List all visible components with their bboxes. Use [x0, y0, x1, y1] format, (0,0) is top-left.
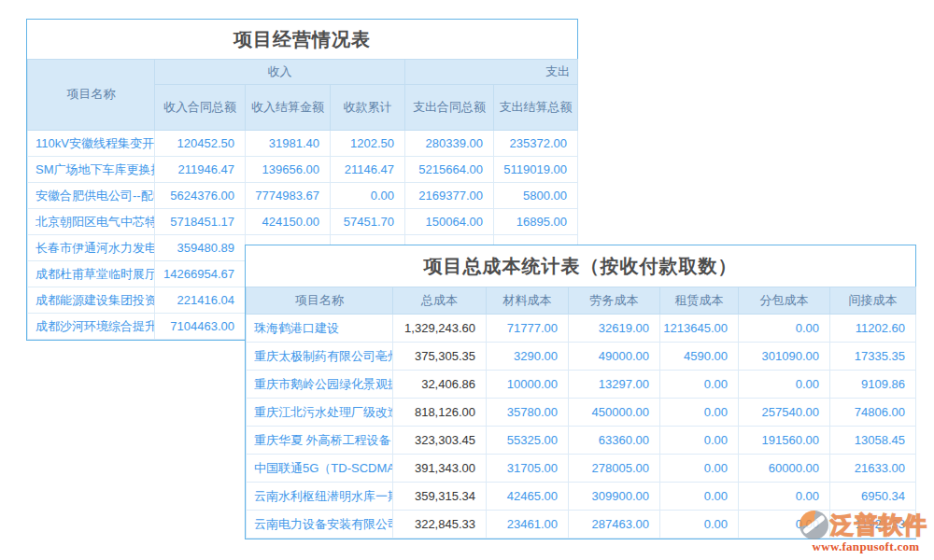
- value-cell: 211946.47: [155, 157, 246, 183]
- value-cell: 359480.89: [155, 235, 246, 261]
- table-row[interactable]: SM广场地下车库更换排水211946.47139656.0021146.4752…: [28, 157, 578, 183]
- value-cell: 309900.00: [569, 483, 660, 511]
- value-cell: 5800.00: [494, 183, 578, 209]
- value-cell: 235372.00: [494, 131, 578, 157]
- project-name-cell[interactable]: 重庆江北污水处理厂级改造: [247, 399, 393, 427]
- value-cell: 14266954.67: [155, 261, 246, 287]
- column-header-expense-settlement-total: 支出结算总额: [494, 85, 578, 131]
- value-cell: 42465.00: [487, 483, 569, 511]
- project-name-cell[interactable]: 110kV安徽线程集变开闭: [28, 131, 155, 157]
- table-row[interactable]: 云南水利枢纽潜明水库一期359,315.3442465.00309900.000…: [247, 483, 916, 511]
- value-cell: 7774983.67: [246, 183, 331, 209]
- table-row[interactable]: 重庆市鹅岭公园绿化景观提升32,406.8610000.0013297.000.…: [247, 371, 916, 399]
- project-cost-table: 项目名称 总成本 材料成本 劳务成本 租赁成本 分包成本 间接成本 珠海鹤港口建…: [246, 287, 916, 539]
- group-header-expense: 支出: [405, 60, 578, 85]
- value-cell: 5624376.00: [155, 183, 246, 209]
- project-name-cell[interactable]: 云南电力设备安装有限公司: [247, 511, 393, 539]
- value-cell: 31981.40: [246, 131, 331, 157]
- table-row[interactable]: 重庆华夏 外高桥工程设备323,303.4555325.0063360.000.…: [247, 427, 916, 455]
- value-cell: 191560.00: [739, 427, 830, 455]
- project-name-cell[interactable]: 中国联通5G（TD-SCDMA）: [247, 455, 393, 483]
- value-cell: 0.00: [660, 511, 739, 539]
- project-name-cell[interactable]: SM广场地下车库更换排水: [28, 157, 155, 183]
- column-header-indirect-cost: 间接成本: [830, 287, 916, 315]
- project-name-cell[interactable]: 重庆市鹅岭公园绿化景观提升: [247, 371, 393, 399]
- value-cell: 287463.00: [569, 511, 660, 539]
- value-cell: 55325.00: [487, 427, 569, 455]
- value-cell: 11202.60: [830, 315, 916, 343]
- value-cell: 7104463.00: [155, 314, 246, 340]
- value-cell: 3290.00: [487, 343, 569, 371]
- column-header-labor-cost: 劳务成本: [569, 287, 660, 315]
- value-cell: 0.00: [739, 315, 830, 343]
- value-cell: 0.00: [660, 399, 739, 427]
- project-name-cell[interactable]: 北京朝阳区电气中芯特种: [28, 209, 155, 235]
- value-cell: 63360.00: [569, 427, 660, 455]
- project-name-cell[interactable]: 长春市伊通河水力发电: [28, 235, 155, 261]
- value-cell: 0.00: [660, 371, 739, 399]
- column-header-expense-contract-total: 支出合同总额: [405, 85, 494, 131]
- table2-title: 项目总成本统计表（按收付款取数）: [246, 245, 915, 287]
- table-row[interactable]: 北京朝阳区电气中芯特种5718451.17424150.0057451.7015…: [28, 209, 578, 235]
- value-cell: 0.00: [331, 183, 405, 209]
- watermark: 泛普软件 www.fanpusoft.com: [800, 510, 932, 554]
- value-cell: 32619.00: [569, 315, 660, 343]
- value-cell: 17335.35: [830, 343, 916, 371]
- value-cell: 221416.04: [155, 287, 246, 314]
- total-cost-cell: 359,315.34: [393, 483, 487, 511]
- value-cell: 139656.00: [246, 157, 331, 183]
- table-row[interactable]: 重庆太极制药有限公司亳州375,305.353290.0049000.00459…: [247, 343, 916, 371]
- table-row[interactable]: 中国联通5G（TD-SCDMA）391,343.0031705.00278005…: [247, 455, 916, 483]
- total-cost-cell: 323,303.45: [393, 427, 487, 455]
- value-cell: 1213645.00: [660, 315, 739, 343]
- value-cell: 5718451.17: [155, 209, 246, 235]
- column-header-total-cost: 总成本: [393, 287, 487, 315]
- value-cell: 0.00: [660, 427, 739, 455]
- project-name-cell[interactable]: 重庆华夏 外高桥工程设备: [247, 427, 393, 455]
- project-name-cell[interactable]: 重庆太极制药有限公司亳州: [247, 343, 393, 371]
- table-row[interactable]: 110kV安徽线程集变开闭120452.5031981.401202.50280…: [28, 131, 578, 157]
- value-cell: 9109.86: [830, 371, 916, 399]
- value-cell: 450000.00: [569, 399, 660, 427]
- value-cell: 21146.47: [331, 157, 405, 183]
- table-row[interactable]: 珠海鹤港口建设1,329,243.6071777.0032619.0012136…: [247, 315, 916, 343]
- value-cell: 60000.00: [739, 455, 830, 483]
- value-cell: 5119019.00: [494, 157, 578, 183]
- table-row[interactable]: 安徽合肥供电公司--配电工程5624376.007774983.670.0021…: [28, 183, 578, 209]
- total-cost-cell: 818,126.00: [393, 399, 487, 427]
- project-name-cell[interactable]: 成都杜甫草堂临时展厅: [28, 261, 155, 287]
- column-header-material-cost: 材料成本: [487, 287, 569, 315]
- project-name-cell[interactable]: 成都沙河环境综合提升: [28, 314, 155, 340]
- watermark-brand: 泛普软件: [830, 510, 927, 540]
- total-cost-cell: 375,305.35: [393, 343, 487, 371]
- table-row[interactable]: 重庆江北污水处理厂级改造818,126.0035780.00450000.000…: [247, 399, 916, 427]
- project-name-cell[interactable]: 云南水利枢纽潜明水库一期: [247, 483, 393, 511]
- column-header-project-name: 项目名称: [247, 287, 393, 315]
- column-header-project-name: 项目名称: [28, 60, 155, 131]
- watermark-url: www.fanpusoft.com: [800, 539, 932, 554]
- group-header-income: 收入: [155, 60, 405, 85]
- value-cell: 280339.00: [405, 131, 494, 157]
- value-cell: 35780.00: [487, 399, 569, 427]
- total-cost-cell: 391,343.00: [393, 455, 487, 483]
- total-cost-cell: 1,329,243.60: [393, 315, 487, 343]
- value-cell: 257540.00: [739, 399, 830, 427]
- value-cell: 13058.45: [830, 427, 916, 455]
- value-cell: 2169377.00: [405, 183, 494, 209]
- value-cell: 0.00: [660, 483, 739, 511]
- column-header-income-contract-total: 收入合同总额: [155, 85, 246, 131]
- value-cell: 424150.00: [246, 209, 331, 235]
- project-name-cell[interactable]: 安徽合肥供电公司--配电工程: [28, 183, 155, 209]
- value-cell: 13297.00: [569, 371, 660, 399]
- project-name-cell[interactable]: 珠海鹤港口建设: [247, 315, 393, 343]
- value-cell: 6950.34: [830, 483, 916, 511]
- value-cell: 0.00: [739, 483, 830, 511]
- project-cost-statistics-panel: 项目总成本统计表（按收付款取数） 项目名称 总成本 材料成本 劳务成本 租赁成本…: [245, 245, 916, 539]
- value-cell: 10000.00: [487, 371, 569, 399]
- total-cost-cell: 32,406.86: [393, 371, 487, 399]
- table1-title: 项目经营情况表: [27, 20, 577, 59]
- value-cell: 4590.00: [660, 343, 739, 371]
- value-cell: 23461.00: [487, 511, 569, 539]
- total-cost-cell: 322,845.33: [393, 511, 487, 539]
- project-name-cell[interactable]: 成都能源建设集团投资: [28, 287, 155, 314]
